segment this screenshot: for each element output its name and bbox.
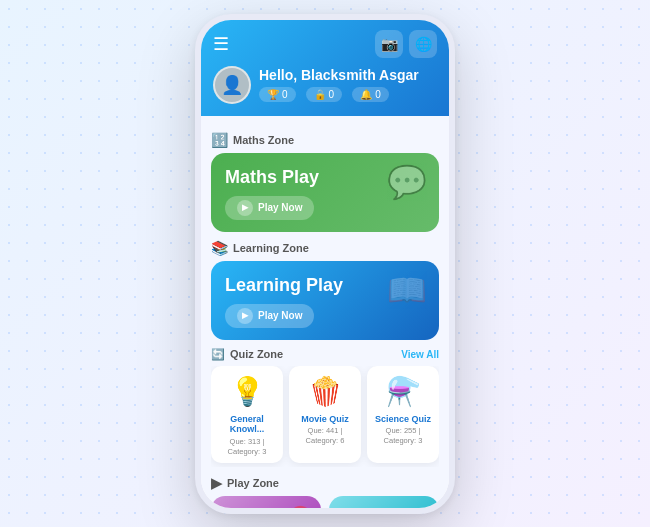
view-all-button[interactable]: View All	[401, 349, 439, 360]
learning-card-title: Learning Play	[225, 275, 425, 296]
lock-value: 0	[329, 89, 335, 100]
header: ☰ 📷 🌐 👤 Hello, Blacksmith Asgar 🏆 0	[201, 20, 449, 116]
bell-icon: 🔔	[360, 89, 372, 100]
lock-icon: 🔒	[314, 89, 326, 100]
science-quiz-meta: Que: 255 | Category: 3	[373, 426, 433, 446]
header-top: ☰ 📷 🌐	[213, 30, 437, 58]
learning-play-circle-icon: ▶	[237, 308, 253, 324]
stat-badge-trophy: 🏆 0	[259, 87, 296, 102]
learning-zone-label: 📚 Learning Zone	[211, 240, 439, 256]
quiz-cards-row: 💡 General Knowl... Que: 313 | Category: …	[211, 366, 439, 467]
camera-icon-button[interactable]: 📷	[375, 30, 403, 58]
user-info: 👤 Hello, Blacksmith Asgar 🏆 0 🔒 0	[213, 66, 437, 104]
play-zone-row: 🎯 Daily Quiz ▶ Play Now ✅ True/False ▶ P…	[211, 496, 439, 508]
general-quiz-meta: Que: 313 | Category: 3	[217, 437, 277, 457]
play-zone-label: ▶ Play Zone	[211, 475, 439, 491]
trophy-icon: 🏆	[267, 89, 279, 100]
maths-zone-text: Maths Zone	[233, 134, 294, 146]
header-icons: 📷 🌐	[375, 30, 437, 58]
content: 🔢 Maths Zone Maths Play ▶ Play Now 📚 Lea…	[201, 116, 449, 508]
learning-zone-icon: 📚	[211, 240, 228, 256]
play-zone-text: Play Zone	[227, 477, 279, 489]
menu-icon[interactable]: ☰	[213, 33, 229, 55]
quiz-zone-label: 🔄 Quiz Zone	[211, 348, 283, 361]
maths-play-label: Play Now	[258, 202, 302, 213]
trophy-value: 0	[282, 89, 288, 100]
true-false-card[interactable]: ✅ True/False ▶ Play Now	[329, 496, 439, 508]
quiz-zone-text: Quiz Zone	[230, 348, 283, 360]
bell-value: 0	[375, 89, 381, 100]
quiz-card-general[interactable]: 💡 General Knowl... Que: 313 | Category: …	[211, 366, 283, 463]
maths-play-button[interactable]: ▶ Play Now	[225, 196, 314, 220]
page-background: ☰ 📷 🌐 👤 Hello, Blacksmith Asgar 🏆 0	[0, 0, 650, 527]
play-zone-icon: ▶	[211, 475, 222, 491]
learning-play-card[interactable]: Learning Play ▶ Play Now	[211, 261, 439, 340]
phone-frame: ☰ 📷 🌐 👤 Hello, Blacksmith Asgar 🏆 0	[195, 14, 455, 514]
maths-zone-label: 🔢 Maths Zone	[211, 132, 439, 148]
phone-inner: ☰ 📷 🌐 👤 Hello, Blacksmith Asgar 🏆 0	[201, 20, 449, 508]
quiz-zone-icon: 🔄	[211, 348, 225, 361]
user-details: Hello, Blacksmith Asgar 🏆 0 🔒 0	[259, 67, 419, 102]
quiz-zone-header-row: 🔄 Quiz Zone View All	[211, 348, 439, 361]
science-quiz-title: Science Quiz	[375, 414, 431, 425]
maths-zone-icon: 🔢	[211, 132, 228, 148]
movie-quiz-meta: Que: 441 | Category: 6	[295, 426, 355, 446]
translate-icon-button[interactable]: 🌐	[409, 30, 437, 58]
quiz-card-movie[interactable]: 🍿 Movie Quiz Que: 441 | Category: 6	[289, 366, 361, 463]
maths-play-circle-icon: ▶	[237, 200, 253, 216]
user-greeting: Hello, Blacksmith Asgar	[259, 67, 419, 83]
quiz-card-science[interactable]: ⚗️ Science Quiz Que: 255 | Category: 3	[367, 366, 439, 463]
stat-badge-bell: 🔔 0	[352, 87, 389, 102]
stat-badge-lock: 🔒 0	[306, 87, 343, 102]
daily-quiz-card[interactable]: 🎯 Daily Quiz ▶ Play Now	[211, 496, 321, 508]
general-quiz-icon: 💡	[230, 374, 265, 410]
movie-quiz-title: Movie Quiz	[301, 414, 349, 425]
stats-row: 🏆 0 🔒 0 🔔 0	[259, 87, 419, 102]
avatar: 👤	[213, 66, 251, 104]
maths-card-title: Maths Play	[225, 167, 425, 188]
daily-quiz-card-icon: 🎯	[288, 504, 313, 508]
learning-zone-text: Learning Zone	[233, 242, 309, 254]
learning-play-label: Play Now	[258, 310, 302, 321]
maths-play-card[interactable]: Maths Play ▶ Play Now	[211, 153, 439, 232]
science-quiz-icon: ⚗️	[386, 374, 421, 410]
general-quiz-title: General Knowl...	[217, 414, 277, 436]
movie-quiz-icon: 🍿	[308, 374, 343, 410]
learning-play-button[interactable]: ▶ Play Now	[225, 304, 314, 328]
